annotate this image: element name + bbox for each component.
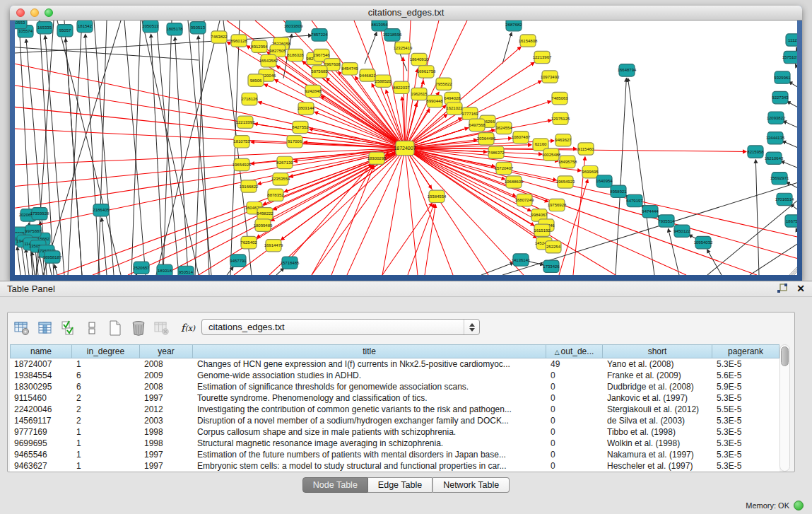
table-cell[interactable]: 5.9E-5 [712, 381, 779, 392]
table-cell[interactable]: 5.3E-5 [712, 438, 779, 449]
graph-node-9474444[interactable]: 9474444 [642, 206, 659, 218]
graph-node-12325419[interactable]: 12325419 [394, 42, 413, 54]
table-cell[interactable]: 9463627 [10, 460, 72, 472]
table-cell[interactable]: 1 [72, 449, 140, 460]
table-cell[interactable]: Estimation of the future numbers of pati… [193, 449, 546, 460]
graph-node-2588520[interactable]: 2588520 [375, 75, 392, 87]
create-table-icon[interactable] [106, 319, 124, 337]
graph-node-16807249[interactable]: 16807249 [515, 194, 534, 206]
graph-node-6479197[interactable]: 6479197 [626, 194, 643, 206]
table-cell[interactable]: Corpus callosum shape and size in male p… [193, 426, 546, 438]
graph-node-189318[interactable]: 189318 [157, 264, 172, 275]
tab-network-table[interactable]: Network Table [433, 477, 510, 493]
table-cell[interactable]: 2 [72, 404, 140, 415]
table-cell[interactable]: 1 [72, 438, 140, 449]
graph-node-1810753[interactable]: 1810753 [233, 136, 250, 148]
column-header-pagerank[interactable]: pagerank [712, 344, 779, 358]
table-cell[interactable]: 2003 [140, 415, 193, 426]
graph-node-18099489[interactable]: 18099489 [254, 219, 273, 231]
table-cell[interactable]: 5.3E-5 [712, 449, 779, 460]
table-select-dropdown[interactable]: citations_edges.txt [201, 319, 480, 335]
graph-node-8186328[interactable]: 8186328 [287, 49, 304, 61]
table-cell[interactable]: Stergiakouli et al. (2012) [603, 404, 712, 415]
graph-node-1805178[interactable]: 1805178 [166, 23, 183, 35]
graph-node-6497568[interactable]: 6497568 [469, 119, 486, 131]
graph-node-950513[interactable]: 950513 [190, 22, 206, 34]
graph-node-19166822[interactable]: 19166822 [240, 180, 259, 192]
table-row[interactable]: 2242004622012Investigating the contribut… [10, 404, 779, 415]
table-cell[interactable]: Tourette syndrome. Phenomenology and cla… [193, 392, 546, 404]
table-cell[interactable]: de Silva et al. (2003) [603, 415, 712, 426]
graph-node-165335[interactable]: 165335 [37, 22, 52, 34]
table-cell[interactable]: Hescheler et al. (1997) [603, 460, 712, 472]
table-cell[interactable]: 2 [72, 415, 140, 426]
graph-node-19218596[interactable]: 19218596 [383, 29, 402, 41]
table-cell[interactable]: Disruption of a novel member of a sodium… [193, 415, 546, 426]
graph-node-9446821[interactable]: 9446821 [359, 69, 376, 81]
graph-node-9450122[interactable]: 9450122 [673, 225, 690, 237]
graph-node-10954032[interactable]: 10954032 [694, 236, 713, 248]
float-panel-icon[interactable] [777, 284, 788, 293]
table-cell[interactable]: 0 [546, 370, 603, 381]
graph-node-16958187[interactable]: 16958187 [43, 251, 62, 263]
column-header-out_de[interactable]: △out_de... [546, 344, 603, 358]
table-cell[interactable]: 1997 [140, 449, 193, 460]
table-cell[interactable]: 0 [546, 404, 603, 415]
table-cell[interactable]: 2 [72, 392, 140, 404]
graph-node-8878352[interactable]: 8878352 [267, 189, 284, 201]
graph-node-7955822[interactable]: 7955822 [435, 78, 452, 90]
graph-node-10688609[interactable]: 10688609 [505, 176, 524, 188]
table-cell[interactable]: 18724007 [10, 358, 72, 370]
table-cell[interactable]: Changes of HCN gene expression and I(f) … [193, 358, 546, 370]
graph-node-7485063[interactable]: 7485063 [551, 92, 568, 104]
graph-node-950514[interactable]: 950514 [178, 266, 194, 275]
table-cell[interactable]: 2009 [140, 370, 193, 381]
graph-node-19654923[interactable]: 19654923 [556, 176, 575, 188]
table-cell[interactable]: 9465546 [10, 449, 72, 460]
graph-node-9463627[interactable]: 9463627 [555, 134, 572, 146]
unselect-rows-icon[interactable] [83, 319, 101, 337]
graph-node-15692971[interactable]: 15692971 [770, 173, 789, 185]
delete-table-icon[interactable] [129, 319, 148, 337]
table-cell[interactable]: 5.3E-5 [712, 392, 779, 404]
table-cell[interactable]: Dudbridge et al. (2008) [603, 381, 712, 392]
graph-node-10807487[interactable]: 10807487 [512, 132, 531, 144]
table-cell[interactable]: Nakamura et al. (1997) [603, 449, 712, 460]
citation-graph[interactable]: 7463822896012889129542522605898275058186… [15, 21, 797, 275]
table-cell[interactable]: 19384554 [10, 370, 72, 381]
graph-node-9498222[interactable]: 9498222 [257, 208, 273, 220]
graph-node-2186405[interactable]: 2186405 [93, 204, 110, 216]
graph-node-9115460[interactable]: 9115460 [578, 143, 594, 155]
graph-node-10553[interactable]: 10553 [15, 21, 27, 29]
graph-node-2718126[interactable]: 2718126 [241, 93, 258, 105]
graph-node-2050513[interactable]: 2050513 [142, 21, 159, 33]
graph-node-16033809[interactable]: 16033809 [284, 21, 303, 33]
table-cell[interactable]: 9115460 [10, 392, 72, 404]
table-cell[interactable]: 1997 [140, 460, 193, 472]
table-cell[interactable]: Yano et al. (2008) [603, 358, 712, 370]
table-row[interactable]: 911546021997Tourette syndrome. Phenomeno… [10, 392, 779, 404]
minimize-window-button[interactable] [30, 8, 39, 17]
graph-node-12444135[interactable]: 12444135 [766, 132, 785, 144]
column-header-short[interactable]: short [603, 344, 712, 358]
table-cell[interactable]: 22420046 [10, 404, 72, 415]
scrollbar-thumb[interactable] [781, 346, 789, 366]
column-header-name[interactable]: name [10, 344, 72, 358]
graph-node-1640954[interactable]: 1640954 [596, 175, 613, 187]
table-cell[interactable]: Genome-wide association studies in ADHD. [193, 370, 546, 381]
graph-node-2803144[interactable]: 2803144 [298, 103, 314, 115]
graph-node-5875685[interactable]: 5875685 [311, 66, 328, 78]
function-builder-icon[interactable]: f(x) [176, 319, 200, 337]
graph-node-12213393[interactable]: 12213393 [236, 116, 255, 128]
graph-node-9242848[interactable]: 9242848 [305, 85, 322, 97]
graph-node-8267130[interactable]: 8267130 [276, 156, 293, 168]
network-view-canvas[interactable]: 7463822896012889129542522605898275058186… [15, 21, 797, 275]
graph-node-9699695[interactable]: 9699695 [582, 165, 599, 177]
table-cell[interactable]: Jankovic et al. (1997) [603, 392, 712, 404]
table-cell[interactable]: Tibbo et al. (1998) [603, 426, 712, 438]
table-row[interactable]: 1456911722003Disruption of a novel membe… [10, 415, 779, 426]
graph-node-19654925[interactable]: 19654925 [233, 158, 252, 170]
graph-node-8427552[interactable]: 8427552 [292, 121, 309, 133]
table-mode-icon[interactable] [13, 319, 31, 337]
table-cell[interactable]: 2008 [140, 358, 193, 370]
